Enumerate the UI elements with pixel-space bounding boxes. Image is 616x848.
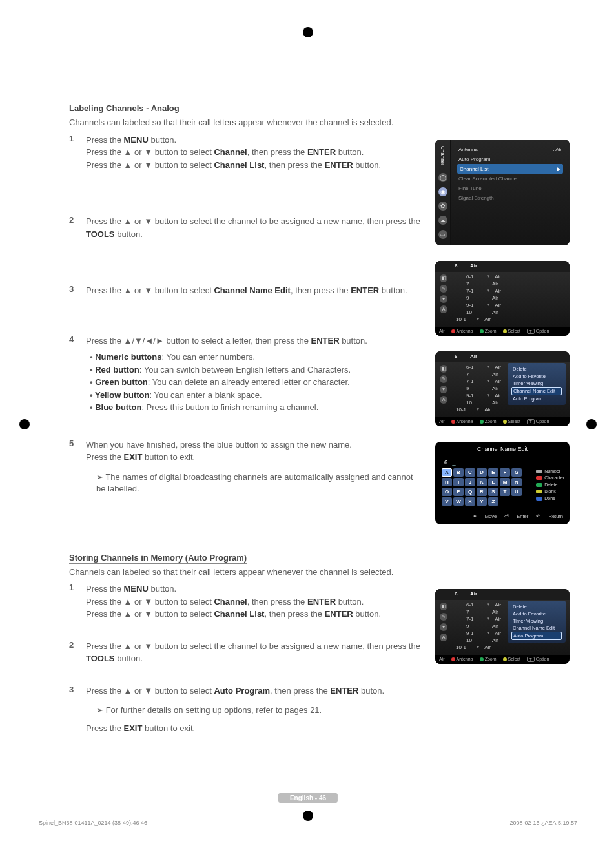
step-number: 1 — [69, 134, 86, 143]
step-number: 5 — [69, 439, 86, 448]
kbd-key[interactable]: Q — [465, 488, 475, 496]
kbd-key[interactable]: R — [477, 488, 487, 496]
step-number: 2 — [69, 640, 86, 650]
kbd-key[interactable]: J — [465, 478, 475, 486]
list-head-channel: 6 — [455, 263, 470, 269]
channel-row[interactable]: 10Air — [449, 309, 570, 316]
channel-row[interactable]: 10-1♥ Air — [439, 406, 570, 413]
kbd-key[interactable]: E — [488, 468, 498, 477]
tools-popup-item[interactable]: Delete — [511, 366, 562, 373]
step-body: Press the MENU button.Press the ▲ or ▼ b… — [86, 583, 424, 621]
settings-icon: ✿ — [438, 202, 447, 211]
kbd-key[interactable]: P — [453, 488, 464, 496]
kbd-key[interactable]: K — [477, 478, 487, 486]
step: 5When you have finished, press the blue … — [69, 439, 424, 464]
tools-popup-item[interactable]: Add to Favorite — [511, 373, 562, 380]
kbd-key[interactable]: D — [477, 468, 487, 477]
tuner-icon: ◯ — [438, 173, 447, 182]
kbd-key[interactable]: C — [465, 468, 475, 477]
step: 1Press the MENU button.Press the ▲ or ▼ … — [69, 134, 424, 172]
step: 3Press the ▲ or ▼ button to select Chann… — [69, 284, 424, 297]
channel-row[interactable]: 7-1♥ Air — [449, 287, 570, 295]
kbd-key[interactable]: T — [500, 488, 510, 496]
kbd-key[interactable]: S — [488, 488, 498, 496]
menu-item[interactable]: Signal Strength — [457, 193, 563, 203]
step-body: Press the ▲/▼/◄/► button to select a let… — [86, 335, 424, 347]
tools-popup-item[interactable]: Channel Name Edit — [511, 387, 562, 395]
kbd-key[interactable]: G — [511, 468, 522, 477]
kbd-key[interactable]: B — [453, 468, 464, 477]
kbd-key[interactable]: N — [511, 478, 522, 486]
crop-mark-icon — [302, 26, 314, 39]
channel-row[interactable]: 10-1♥ Air — [439, 644, 570, 651]
antenna-label: Antenna — [458, 147, 478, 152]
section-heading-labeling: Labeling Channels - Analog — [69, 103, 180, 114]
step-body: Press the MENU button.Press the ▲ or ▼ b… — [86, 134, 424, 172]
kbd-key[interactable]: X — [465, 497, 475, 506]
channel-row[interactable]: 10-1♥ Air — [439, 316, 570, 323]
channel-row[interactable]: 6-1♥ Air — [449, 273, 570, 280]
menu-sidebar-label: Channel — [440, 146, 446, 165]
tools-popup-item[interactable]: Auto Program — [511, 632, 562, 640]
antenna-value: : Air — [553, 147, 562, 152]
tools-popup-item[interactable]: Timer Viewing — [511, 380, 562, 387]
kbd-key[interactable]: V — [442, 497, 452, 506]
tools-popup: DeleteAdd to FavoriteTimer ViewingChanne… — [508, 601, 566, 643]
step-body: Press the ▲ or ▼ button to select the ch… — [86, 215, 424, 240]
kbd-legend-item: Number — [536, 468, 564, 475]
note: The names of digital broadcasting channe… — [86, 471, 424, 495]
section2-intro: Channels can labeled so that their call … — [69, 566, 405, 578]
tools-popup-item[interactable]: Timer Viewing — [511, 617, 562, 625]
tv-channel-list-tools: 6Air◧✎♥A6-1♥ Air7Air7-1♥ Air9Air9-1♥ Air… — [435, 351, 570, 426]
heart-mini-icon: ♥ — [440, 623, 447, 631]
step: 2Press the ▲ or ▼ button to select the c… — [69, 640, 424, 665]
bullet-item: Blue button: Press this button to finish… — [90, 401, 424, 414]
menu-item[interactable]: Channel List▶ — [457, 164, 563, 174]
footer-air: Air — [439, 329, 445, 333]
menu-item[interactable]: Fine Tune — [457, 183, 563, 193]
step-body: Press the ▲ or ▼ button to select Auto P… — [86, 685, 424, 698]
step-body: When you have finished, press the blue b… — [86, 439, 424, 464]
step-number: 3 — [69, 685, 86, 694]
all-mini-icon: A — [440, 396, 447, 404]
step-number: 3 — [69, 284, 86, 294]
step-body: Press the ▲ or ▼ button to select the ch… — [86, 640, 424, 665]
kbd-hint-enter: ⏎ Enter — [504, 513, 528, 519]
footer-air: Air — [439, 419, 445, 424]
kbd-key[interactable]: A — [442, 468, 452, 477]
kbd-legend-item: Blank — [536, 488, 564, 495]
kbd-key[interactable]: U — [511, 488, 522, 496]
kbd-key[interactable]: L — [488, 478, 498, 486]
page-number-badge: English - 46 — [278, 793, 338, 803]
tools-popup-item[interactable]: Channel Name Edit — [511, 625, 562, 632]
channel-row[interactable]: 9Air — [449, 295, 570, 302]
list-footer: AirAntennaZoomSelectTOption — [435, 417, 570, 426]
list-head-channel: 6 — [455, 591, 470, 597]
section1-intro: Channels can labeled so that their call … — [69, 117, 405, 129]
step-after: Press the EXIT button to exit. — [86, 722, 424, 735]
list-head-source: Air — [470, 263, 477, 269]
tools-popup: DeleteAdd to FavoriteTimer ViewingChanne… — [508, 363, 566, 405]
step-number: 4 — [69, 335, 86, 344]
channel-row[interactable]: 7Air — [449, 280, 570, 287]
kbd-key[interactable]: O — [442, 488, 452, 496]
kbd-key[interactable]: Y — [477, 497, 487, 506]
step-number: 2 — [69, 215, 86, 225]
menu-item[interactable]: Clear Scrambled Channel — [457, 174, 563, 183]
kbd-key[interactable]: F — [500, 468, 510, 477]
kbd-key[interactable]: H — [442, 478, 452, 486]
menu-item[interactable]: Auto Program — [457, 154, 563, 164]
tools-popup-item[interactable]: Delete — [511, 603, 562, 610]
kbd-key[interactable]: Z — [488, 497, 498, 506]
footer-timestamp: 2008-02-15 ¿ÀÈÄ 5:19:57 — [509, 820, 577, 826]
footer-air: Air — [439, 657, 445, 661]
channel-row[interactable]: 9-1♥ Air — [449, 302, 570, 309]
kbd-key[interactable]: I — [453, 478, 464, 486]
menu-item-antenna[interactable]: Antenna : Air — [457, 145, 563, 154]
kbd-key[interactable]: M — [500, 478, 510, 486]
step-body: Press the ▲ or ▼ button to select Channe… — [86, 284, 424, 297]
tools-popup-item[interactable]: Add to Favorite — [511, 610, 562, 617]
kbd-key[interactable]: W — [453, 497, 464, 506]
tools-popup-item[interactable]: Auto Program — [511, 395, 562, 402]
step-number: 1 — [69, 583, 86, 592]
